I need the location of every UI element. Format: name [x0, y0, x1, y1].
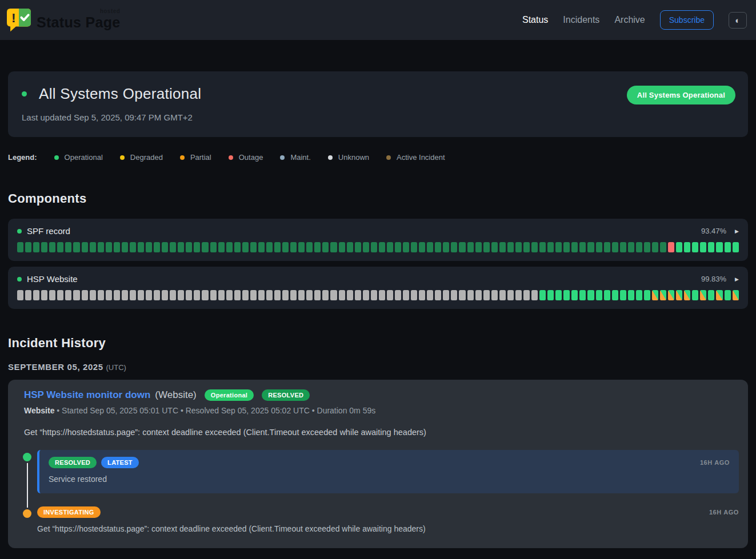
timeline-entry-time: 16H AGO — [709, 509, 739, 516]
uptime-bar — [499, 242, 506, 252]
uptime-bar — [146, 290, 152, 300]
uptime-bar — [290, 290, 297, 300]
status-badge: All Systems Operational — [627, 86, 735, 104]
uptime-bar — [25, 290, 31, 300]
uptime-bar — [612, 290, 618, 300]
uptime-bar — [122, 290, 128, 300]
component-name: HSP Website — [27, 274, 78, 284]
legend-item-label: Outage — [239, 153, 263, 162]
uptime-bar — [98, 242, 104, 252]
uptime-bar — [596, 242, 602, 252]
timeline-entry-message: Service restored — [49, 474, 730, 484]
uptime-bar — [620, 242, 626, 252]
legend-item-label: Operational — [65, 153, 103, 162]
legend-item-label: Active Incident — [397, 153, 445, 162]
brand: ! hosted Status Page — [7, 8, 120, 32]
uptime-bar — [226, 242, 233, 252]
uptime-bar — [306, 290, 313, 300]
timeline-entry: RESOLVEDLATEST16H AGOService restored — [23, 450, 739, 493]
uptime-bar — [371, 290, 377, 300]
uptime-bar — [708, 290, 714, 300]
uptime-bar — [282, 290, 289, 300]
uptime-bar — [250, 242, 257, 252]
chevron-right-icon[interactable]: ▶ — [735, 228, 739, 234]
uptime-bar — [298, 290, 305, 300]
uptime-bar — [620, 290, 626, 300]
incident-date-timezone: (UTC) — [106, 363, 126, 372]
uptime-bar — [716, 290, 722, 300]
uptime-bar — [339, 290, 345, 300]
half-moon-icon: ◐ — [735, 16, 740, 25]
timeline-badge-latest: LATEST — [101, 457, 139, 468]
uptime-bar — [194, 290, 200, 300]
uptime-bar — [226, 290, 233, 300]
incident-description: Get “https://hostedstatus.page”: context… — [17, 428, 739, 437]
uptime-bar — [170, 290, 176, 300]
uptime-bar — [387, 242, 393, 252]
uptime-bar — [596, 290, 602, 300]
uptime-bar — [371, 242, 377, 252]
uptime-bar — [660, 290, 666, 300]
uptime-bar — [33, 290, 39, 300]
main-nav: StatusIncidentsArchive — [522, 15, 645, 25]
uptime-bar — [555, 290, 562, 300]
incident-timeline: RESOLVEDLATEST16H AGOService restoredINV… — [17, 450, 739, 533]
component-name: SPF record — [27, 226, 70, 236]
uptime-bar — [322, 242, 329, 252]
uptime-bar — [644, 290, 650, 300]
uptime-bar — [411, 290, 417, 300]
legend-item-outage: Outage — [229, 153, 263, 162]
uptime-bar — [282, 242, 289, 252]
uptime-bar — [725, 242, 731, 252]
component-header[interactable]: SPF record 93.47% ▶ — [17, 226, 739, 236]
legend-item-partial: Partial — [180, 153, 211, 162]
uptime-bar — [419, 242, 425, 252]
uptime-bar — [82, 290, 88, 300]
legend-dot — [120, 155, 125, 160]
legend-item-label: Maint. — [290, 153, 310, 162]
timeline-node-dot — [23, 509, 31, 518]
uptime-bar — [515, 290, 522, 300]
uptime-bar — [25, 242, 31, 252]
uptime-bar — [330, 290, 337, 300]
legend-label: Legend: — [8, 153, 37, 162]
uptime-bar — [242, 242, 249, 252]
component-header[interactable]: HSP Website 99.83% ▶ — [17, 274, 739, 284]
nav-archive[interactable]: Archive — [614, 15, 645, 25]
uptime-bar — [563, 242, 570, 252]
uptime-bar — [435, 242, 441, 252]
uptime-bar — [218, 242, 225, 252]
subscribe-button[interactable]: Subscribe — [660, 10, 714, 30]
uptime-bar — [17, 242, 23, 252]
incident-history-heading: Incident History — [8, 336, 748, 351]
uptime-bar — [17, 290, 23, 300]
incident-title-link[interactable]: HSP Website monitor down — [24, 389, 150, 401]
component-uptime-percent: 99.83% — [701, 275, 726, 283]
status-dot — [22, 91, 27, 96]
uptime-bar — [330, 242, 337, 252]
uptime-bar — [218, 290, 225, 300]
chevron-right-icon[interactable]: ▶ — [735, 276, 739, 282]
uptime-bar — [547, 242, 554, 252]
uptime-bar — [733, 242, 739, 252]
uptime-bar — [483, 290, 490, 300]
theme-toggle-button[interactable]: ◐ — [729, 12, 747, 29]
nav-status[interactable]: Status — [522, 15, 548, 25]
uptime-bar — [234, 290, 241, 300]
uptime-bar — [668, 290, 674, 300]
legend-dot — [229, 155, 233, 160]
uptime-bar — [314, 290, 321, 300]
incident-date-heading: SEPTEMBER 05, 2025 (UTC) — [8, 362, 748, 372]
legend-item-active-incident: Active Incident — [386, 153, 445, 162]
uptime-bar — [636, 242, 642, 252]
timeline-badge-investigating: INVESTIGATING — [37, 506, 101, 518]
timeline-entry-time: 16H AGO — [700, 459, 730, 466]
uptime-bar — [73, 290, 79, 300]
legend-item-unknown: Unknown — [328, 153, 369, 162]
legend-item-maint-: Maint. — [280, 153, 310, 162]
uptime-bar — [692, 290, 698, 300]
nav-incidents[interactable]: Incidents — [563, 15, 599, 25]
uptime-bar — [162, 242, 168, 252]
uptime-bar — [122, 242, 128, 252]
uptime-bar — [491, 242, 498, 252]
